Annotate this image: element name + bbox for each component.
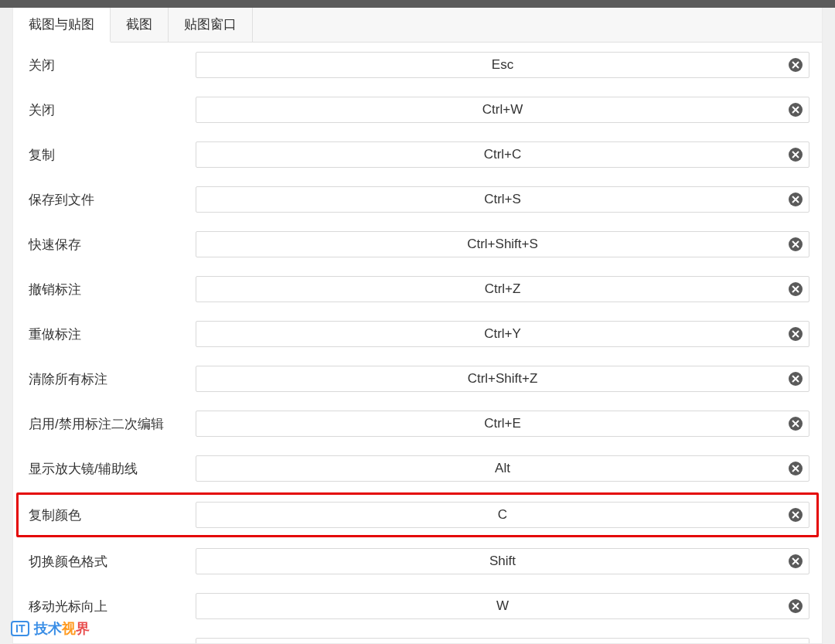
- clear-shortcut-button[interactable]: [789, 417, 803, 431]
- shortcut-input[interactable]: Alt: [196, 455, 809, 482]
- shortcut-input[interactable]: Ctrl+Y: [196, 321, 809, 347]
- close-icon: [792, 462, 799, 475]
- clear-shortcut-button[interactable]: [789, 193, 803, 206]
- close-icon: [792, 508, 799, 522]
- close-icon: [792, 417, 799, 431]
- shortcut-value: Ctrl+Z: [196, 281, 809, 297]
- shortcut-value: Ctrl+Shift+Z: [196, 371, 809, 387]
- shortcut-row: 移动光标向下S: [16, 629, 819, 644]
- shortcut-label: 复制颜色: [29, 506, 183, 524]
- clear-shortcut-button[interactable]: [789, 554, 803, 568]
- shortcut-input[interactable]: S: [196, 638, 809, 644]
- clear-shortcut-button[interactable]: [789, 508, 803, 522]
- tab-1[interactable]: 截图: [111, 8, 169, 42]
- shortcut-row: 显示放大镜/辅助线Alt: [16, 446, 819, 491]
- watermark-text: 技术视界: [34, 619, 90, 638]
- shortcut-row: 关闭Esc: [16, 43, 819, 87]
- shortcut-input[interactable]: Ctrl+E: [196, 411, 809, 437]
- shortcut-value: Shift: [196, 554, 809, 569]
- close-icon: [792, 554, 799, 568]
- close-icon: [792, 58, 799, 72]
- shortcut-value: Ctrl+E: [196, 416, 809, 431]
- shortcut-label: 保存到文件: [29, 191, 183, 209]
- shortcut-row: 快速保存Ctrl+Shift+S: [16, 222, 819, 267]
- close-icon: [792, 237, 799, 251]
- shortcut-input[interactable]: W: [196, 593, 809, 619]
- shortcut-label: 切换颜色格式: [29, 553, 183, 571]
- shortcut-row: 关闭Ctrl+W: [16, 87, 819, 132]
- shortcut-value: W: [196, 598, 809, 614]
- shortcut-label: 清除所有标注: [29, 370, 183, 388]
- clear-shortcut-button[interactable]: [789, 237, 803, 251]
- clear-shortcut-button[interactable]: [789, 599, 803, 613]
- shortcut-input[interactable]: Ctrl+W: [196, 97, 809, 123]
- tab-2[interactable]: 贴图窗口: [169, 8, 253, 42]
- shortcut-value: Esc: [196, 57, 809, 73]
- shortcut-value: Ctrl+W: [196, 102, 809, 118]
- clear-shortcut-button[interactable]: [789, 148, 803, 162]
- shortcut-value: Ctrl+Shift+S: [196, 237, 809, 252]
- clear-shortcut-button[interactable]: [789, 327, 803, 341]
- shortcut-list: 关闭Esc关闭Ctrl+W复制Ctrl+C保存到文件Ctrl+S快速保存Ctrl…: [13, 43, 822, 644]
- shortcut-row: 撤销标注Ctrl+Z: [16, 267, 819, 312]
- shortcut-label: 撤销标注: [29, 281, 183, 298]
- shortcut-value: Ctrl+Y: [196, 326, 809, 342]
- shortcut-row: 复制Ctrl+C: [16, 132, 819, 177]
- shortcut-row: 移动光标向上W: [16, 584, 819, 629]
- shortcut-value: Alt: [196, 461, 809, 476]
- close-icon: [792, 103, 799, 117]
- shortcut-row: 保存到文件Ctrl+S: [16, 177, 819, 222]
- close-icon: [792, 327, 799, 341]
- shortcut-input[interactable]: C: [196, 502, 809, 528]
- shortcut-input[interactable]: Ctrl+C: [196, 141, 809, 168]
- clear-shortcut-button[interactable]: [789, 58, 803, 72]
- shortcut-label: 关闭: [29, 56, 183, 74]
- shortcut-row: 重做标注Ctrl+Y: [16, 312, 819, 356]
- shortcut-label: 移动光标向上: [29, 598, 183, 615]
- shortcut-input[interactable]: Ctrl+S: [196, 186, 809, 213]
- watermark-badge: IT: [11, 621, 29, 636]
- shortcut-label: 关闭: [29, 101, 183, 119]
- shortcut-label: 显示放大镜/辅助线: [29, 460, 183, 478]
- shortcut-row: 启用/禁用标注二次编辑Ctrl+E: [16, 401, 819, 446]
- shortcut-value: Ctrl+S: [196, 192, 809, 207]
- shortcut-row: 切换颜色格式Shift: [16, 539, 819, 584]
- close-icon: [792, 193, 799, 206]
- shortcut-input[interactable]: Ctrl+Z: [196, 276, 809, 302]
- shortcut-row: 清除所有标注Ctrl+Shift+Z: [16, 356, 819, 401]
- clear-shortcut-button[interactable]: [789, 372, 803, 386]
- close-icon: [792, 282, 799, 296]
- tab-bar: 截图与贴图截图贴图窗口: [13, 8, 822, 43]
- shortcut-label: 快速保存: [29, 236, 183, 254]
- shortcut-input[interactable]: Shift: [196, 548, 809, 574]
- watermark: IT 技术视界: [11, 619, 90, 638]
- settings-panel: 截图与贴图截图贴图窗口 关闭Esc关闭Ctrl+W复制Ctrl+C保存到文件Ct…: [12, 8, 823, 644]
- tab-0[interactable]: 截图与贴图: [13, 8, 111, 43]
- close-icon: [792, 148, 799, 162]
- clear-shortcut-button[interactable]: [789, 282, 803, 296]
- clear-shortcut-button[interactable]: [789, 103, 803, 117]
- shortcut-label: 复制: [29, 146, 183, 164]
- shortcut-value: C: [196, 507, 809, 523]
- window-titlebar: [0, 0, 835, 8]
- shortcut-label: 启用/禁用标注二次编辑: [29, 415, 183, 433]
- close-icon: [792, 599, 799, 613]
- close-icon: [792, 372, 799, 386]
- shortcut-value: Ctrl+C: [196, 147, 809, 162]
- shortcut-input[interactable]: Ctrl+Shift+S: [196, 231, 809, 257]
- shortcut-input[interactable]: Esc: [196, 52, 809, 78]
- clear-shortcut-button[interactable]: [789, 462, 803, 475]
- shortcut-row: 复制颜色C: [16, 492, 819, 537]
- shortcut-input[interactable]: Ctrl+Shift+Z: [196, 366, 809, 392]
- shortcut-label: 重做标注: [29, 325, 183, 343]
